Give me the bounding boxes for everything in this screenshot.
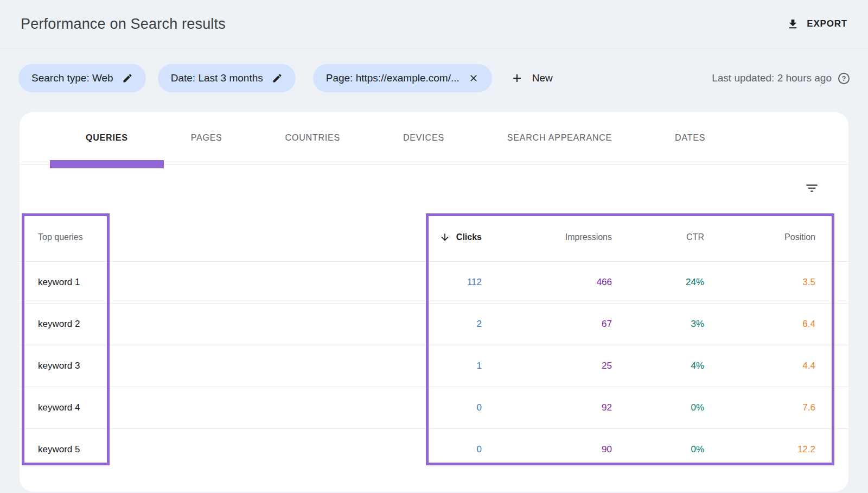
tab-bar: QUERIES PAGES COUNTRIES DEVICES SEARCH A… bbox=[20, 112, 848, 165]
clicks-cell: 1 bbox=[390, 361, 482, 371]
download-icon bbox=[787, 18, 799, 30]
query-cell: keyword 4 bbox=[20, 402, 390, 413]
ctr-cell: 0% bbox=[612, 444, 704, 455]
active-tab-highlight bbox=[50, 160, 164, 168]
tab-countries[interactable]: COUNTRIES bbox=[285, 112, 340, 164]
table-row[interactable]: keyword 3 1 25 4% 4.4 bbox=[20, 345, 848, 387]
ctr-cell: 24% bbox=[612, 277, 704, 288]
tab-label: DATES bbox=[675, 133, 705, 143]
table-toolbar bbox=[20, 165, 848, 213]
ctr-cell: 0% bbox=[612, 402, 704, 413]
new-filter-button[interactable]: New bbox=[510, 72, 553, 85]
tab-label: SEARCH APPEARANCE bbox=[507, 133, 612, 143]
export-label: EXPORT bbox=[807, 18, 847, 29]
chip-label: Search type: Web bbox=[31, 72, 113, 84]
filter-rows-button[interactable] bbox=[801, 178, 822, 200]
clicks-cell: 0 bbox=[390, 402, 482, 413]
report-card: QUERIES PAGES COUNTRIES DEVICES SEARCH A… bbox=[20, 112, 848, 492]
position-cell: 4.4 bbox=[704, 361, 815, 371]
table-row[interactable]: keyword 5 0 90 0% 12.2 bbox=[20, 428, 848, 470]
query-cell: keyword 3 bbox=[20, 361, 390, 371]
position-cell: 12.2 bbox=[704, 444, 815, 455]
table-body: keyword 1 112 466 24% 3.5 keyword 2 2 67… bbox=[20, 261, 848, 470]
edit-icon[interactable] bbox=[122, 73, 133, 84]
export-button[interactable]: EXPORT bbox=[787, 18, 847, 30]
tab-dates[interactable]: DATES bbox=[675, 112, 705, 164]
impressions-cell: 466 bbox=[482, 277, 612, 288]
filter-icon bbox=[805, 181, 819, 195]
last-updated: Last updated: 2 hours ago ? bbox=[712, 72, 850, 84]
table-row[interactable]: keyword 2 2 67 3% 6.4 bbox=[20, 303, 848, 345]
impressions-cell: 25 bbox=[482, 361, 612, 371]
page-filter-chip[interactable]: Page: https://example.com/... bbox=[313, 64, 492, 92]
position-cell: 7.6 bbox=[704, 402, 815, 413]
plus-icon bbox=[510, 72, 524, 85]
impressions-cell: 90 bbox=[482, 444, 612, 455]
close-icon[interactable] bbox=[468, 73, 479, 84]
column-clicks-label: Clicks bbox=[456, 232, 482, 242]
clicks-cell: 112 bbox=[390, 277, 482, 288]
column-ctr[interactable]: CTR bbox=[612, 232, 704, 242]
filters-bar: Search type: Web Date: Last 3 months Pag… bbox=[0, 64, 868, 92]
position-cell: 6.4 bbox=[704, 319, 815, 330]
impressions-cell: 92 bbox=[482, 402, 612, 413]
tab-label: COUNTRIES bbox=[285, 133, 340, 143]
ctr-cell: 4% bbox=[612, 361, 704, 371]
column-impressions[interactable]: Impressions bbox=[482, 232, 612, 242]
chip-label: Date: Last 3 months bbox=[171, 72, 263, 84]
impressions-cell: 67 bbox=[482, 319, 612, 330]
column-clicks[interactable]: Clicks bbox=[390, 232, 482, 243]
query-cell: keyword 2 bbox=[20, 319, 390, 330]
clicks-cell: 0 bbox=[390, 444, 482, 455]
column-top-queries[interactable]: Top queries bbox=[20, 232, 390, 242]
queries-table: Top queries Clicks Impressions CTR Posit… bbox=[20, 213, 848, 470]
chip-label: Page: https://example.com/... bbox=[326, 72, 459, 84]
tab-label: QUERIES bbox=[86, 133, 128, 143]
tab-queries[interactable]: QUERIES bbox=[86, 112, 128, 164]
query-cell: keyword 1 bbox=[20, 277, 390, 288]
position-cell: 3.5 bbox=[704, 277, 815, 288]
ctr-cell: 3% bbox=[612, 319, 704, 330]
edit-icon[interactable] bbox=[272, 73, 283, 84]
column-position[interactable]: Position bbox=[704, 232, 815, 242]
help-icon[interactable]: ? bbox=[838, 73, 850, 84]
table-row[interactable]: keyword 1 112 466 24% 3.5 bbox=[20, 261, 848, 303]
last-updated-text: Last updated: 2 hours ago bbox=[712, 72, 832, 84]
sort-desc-icon bbox=[439, 232, 450, 243]
page-title: Performance on Search results bbox=[21, 16, 226, 33]
tab-search-appearance[interactable]: SEARCH APPEARANCE bbox=[507, 112, 612, 164]
clicks-cell: 2 bbox=[390, 319, 482, 330]
tab-pages[interactable]: PAGES bbox=[191, 112, 222, 164]
date-filter-chip[interactable]: Date: Last 3 months bbox=[158, 64, 296, 92]
tab-devices[interactable]: DEVICES bbox=[403, 112, 444, 164]
table-row[interactable]: keyword 4 0 92 0% 7.6 bbox=[20, 387, 848, 428]
new-label: New bbox=[532, 72, 553, 84]
tab-label: DEVICES bbox=[403, 133, 444, 143]
table-header-row: Top queries Clicks Impressions CTR Posit… bbox=[20, 213, 848, 261]
tab-label: PAGES bbox=[191, 133, 222, 143]
search-type-chip[interactable]: Search type: Web bbox=[18, 64, 146, 92]
page-header: Performance on Search results EXPORT bbox=[0, 0, 868, 48]
query-cell: keyword 5 bbox=[20, 444, 390, 455]
